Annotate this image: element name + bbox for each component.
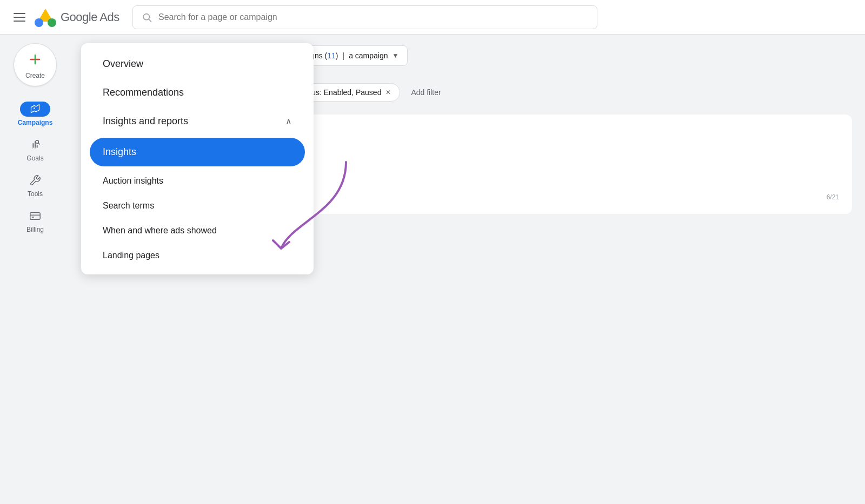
menu-item-insights[interactable]: Insights [90,138,305,166]
search-icon [142,12,152,23]
sidebar-item-tools[interactable]: Tools [5,169,65,202]
billing-label: Billing [26,226,44,233]
google-ads-logo-icon [35,6,56,28]
sidebar-item-goals[interactable]: Goals [5,133,65,166]
search-input[interactable] [158,12,588,22]
tools-icon-wrapper [20,173,50,188]
menu-item-insights-and-reports[interactable]: Insights and reports ∧ [81,107,314,136]
chevron-up-icon: ∧ [285,116,292,126]
svg-rect-12 [32,217,35,218]
logo-text: Google Ads [61,10,119,24]
campaigns-icon-wrapper [20,102,50,117]
svg-line-4 [149,19,151,21]
create-button[interactable]: Create [14,43,57,86]
menu-item-search-terms[interactable]: Search terms [81,193,314,218]
campaign-selector[interactable]: igns (11) | a campaign ▼ [300,45,408,66]
sidebar-item-billing[interactable]: Billing [5,204,65,238]
sidebar-item-campaigns[interactable]: Campaigns [5,97,65,131]
svg-point-1 [35,18,43,27]
tools-label: Tools [28,190,43,198]
campaigns-icon [30,104,41,115]
sidebar: Create Campaigns Goals [0,35,70,504]
menu-item-auction-insights[interactable]: Auction insights [81,169,314,193]
menu-item-overview[interactable]: Overview [81,50,314,78]
billing-icon [29,210,41,222]
svg-point-7 [34,107,35,109]
svg-point-2 [48,18,56,27]
goals-label: Goals [26,154,43,162]
dropdown-menu: Overview Recommendations Insights and re… [81,43,314,274]
svg-rect-10 [30,213,40,220]
logo-area: Google Ads [35,6,119,28]
search-bar[interactable] [132,5,597,29]
billing-icon-wrapper [20,209,50,224]
menu-item-when-where[interactable]: When and where ads showed [81,218,314,243]
hamburger-menu[interactable] [9,6,30,28]
menu-item-landing-pages[interactable]: Landing pages [81,243,314,268]
add-filter[interactable]: Add filter [407,84,445,101]
campaigns-label: Campaigns [18,119,53,126]
create-label: Create [25,72,45,79]
menu-item-recommendations[interactable]: Recommendations [81,78,314,107]
svg-line-9 [38,143,39,144]
tools-icon [29,174,41,186]
create-plus-icon [26,51,44,68]
header: Google Ads [0,0,865,35]
goals-icon [29,139,41,151]
goals-icon-wrapper [20,137,50,152]
